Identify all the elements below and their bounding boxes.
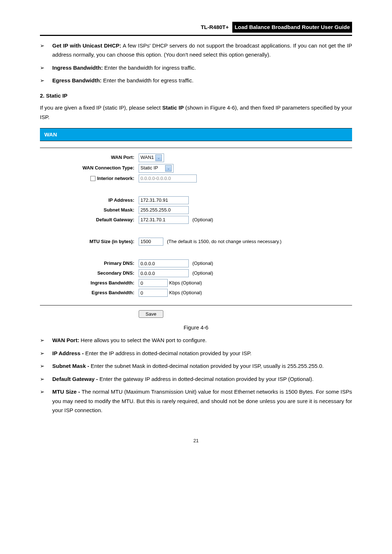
label-wan-port: WAN Port: — [40, 153, 139, 161]
label-interior: Interior network: — [40, 175, 139, 182]
hint-optional: (Optional) — [192, 259, 213, 267]
bullet-item: Egress Bandwidth: Enter the bandwidth fo… — [40, 76, 352, 85]
label-ingress: Ingress Bandwidth: — [40, 279, 139, 287]
bullet-item: Subnet Mask - Enter the subnet Mask in d… — [40, 361, 352, 371]
bullet-item: Get IP with Unicast DHCP: A few ISPs' DH… — [40, 41, 352, 59]
model-name: TL-R480T+ — [201, 24, 229, 30]
label-gateway: Default Gateway: — [40, 216, 139, 224]
hint-optional: (Optional) — [192, 269, 213, 277]
bullet-item: IP Address - Enter the IP address in dot… — [40, 349, 352, 358]
gateway-input[interactable] — [139, 216, 189, 224]
doc-title: Load Balance Broadband Router User Guide — [232, 22, 352, 33]
header-rule — [40, 35, 352, 36]
section-heading: 2. Static IP — [40, 91, 352, 100]
egress-input[interactable] — [139, 289, 168, 297]
figure-caption: Figure 4-6 — [40, 323, 352, 332]
label-conn-type: WAN Connection Type: — [40, 164, 139, 172]
ingress-input[interactable] — [139, 279, 168, 287]
wan-heading: WAN — [40, 128, 352, 141]
doc-header: TL-R480T+ Load Balance Broadband Router … — [40, 22, 352, 33]
label-pdns: Primary DNS: — [40, 259, 139, 267]
interior-checkbox[interactable] — [90, 176, 95, 181]
bullet-item: MTU Size - The normal MTU (Maximum Trans… — [40, 387, 352, 415]
interior-network-input[interactable] — [139, 175, 197, 182]
intro-paragraph: If you are given a fixed IP (static IP),… — [40, 103, 352, 122]
hint-mtu: (The default is 1500, do not change unle… — [167, 238, 282, 246]
chevron-down-icon: ⌄ — [155, 155, 162, 161]
bullet-item: Ingress Bandwidth: Enter the bandwidth f… — [40, 63, 352, 73]
top-bullet-list: Get IP with Unicast DHCP: A few ISPs' DH… — [40, 41, 352, 85]
label-ip: IP Address: — [40, 196, 139, 204]
bullet-item: Default Gateway - Enter the gateway IP a… — [40, 374, 352, 384]
wan-form: WAN Port: WAN1⌄ WAN Connection Type: Sta… — [40, 148, 352, 306]
chevron-down-icon: ⌄ — [165, 165, 172, 172]
ip-address-input[interactable] — [139, 196, 189, 204]
secondary-dns-input[interactable] — [139, 269, 189, 277]
save-button[interactable]: Save — [139, 310, 163, 318]
primary-dns-input[interactable] — [139, 259, 189, 267]
wan-port-select[interactable]: WAN1⌄ — [139, 153, 164, 162]
bullet-item: WAN Port: Here allows you to select the … — [40, 336, 352, 345]
hint-kbps: Kbps (Optional) — [169, 279, 202, 287]
subnet-mask-input[interactable] — [139, 206, 189, 214]
wan-figure: WAN WAN Port: WAN1⌄ WAN Connection Type:… — [40, 128, 352, 319]
label-egress: Egress Bandwidth: — [40, 289, 139, 297]
page-number: 21 — [40, 437, 352, 445]
hint-optional: (Optional) — [192, 216, 213, 224]
label-sdns: Secondary DNS: — [40, 269, 139, 277]
label-mask: Subnet Mask: — [40, 206, 139, 214]
bottom-bullet-list: WAN Port: Here allows you to select the … — [40, 336, 352, 415]
connection-type-select[interactable]: Static IP⌄ — [139, 164, 173, 173]
hint-kbps: Kbps (Optional) — [169, 289, 202, 297]
mtu-input[interactable] — [139, 238, 163, 246]
label-mtu: MTU Size (in bytes): — [40, 238, 139, 246]
